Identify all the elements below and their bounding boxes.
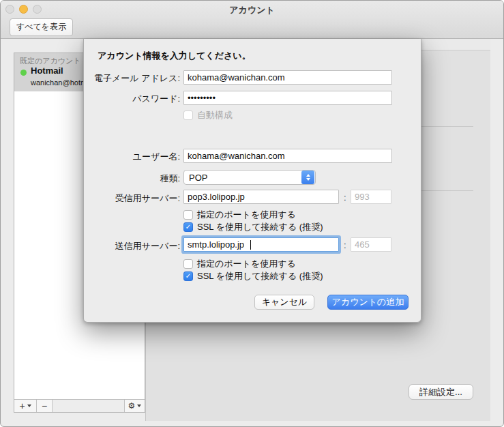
add-account-submit-button[interactable]: アカウントの追加	[327, 295, 409, 310]
ssl-label: SSL を使用して接続する (推奨)	[197, 270, 323, 282]
window-title: アカウント	[1, 4, 503, 16]
password-field[interactable]	[183, 91, 392, 105]
incoming-use-port-checkbox[interactable]: 指定のポートを使用する	[183, 209, 296, 221]
email-label: 電子メール アドレス:	[84, 72, 180, 85]
outgoing-ssl-checkbox[interactable]: ✓ SSL を使用して接続する (推奨)	[183, 270, 323, 282]
ssl-label: SSL を使用して接続する (推奨)	[197, 221, 323, 233]
incoming-port-field[interactable]	[351, 190, 391, 204]
password-label: パスワード:	[84, 93, 180, 105]
add-account-button[interactable]: +	[14, 400, 37, 412]
sheet-title: アカウント情報を入力してください。	[98, 50, 251, 62]
accounts-window: アカウント すべてを表示 既定のアカウント Hotmail wanichan@h…	[0, 0, 504, 427]
username-label: ユーザー名:	[84, 151, 180, 163]
account-list-toolbar: + − ⚙	[14, 399, 145, 412]
checkbox-unchecked-icon	[183, 210, 193, 220]
auto-config-label: 自動構成	[197, 109, 233, 121]
select-stepper-icon	[301, 171, 314, 184]
chevron-down-icon	[27, 404, 31, 407]
account-name: Hotmail	[31, 65, 63, 76]
gear-menu-button[interactable]: ⚙	[125, 400, 145, 412]
use-port-label: 指定のポートを使用する	[197, 209, 296, 221]
incoming-ssl-checkbox[interactable]: ✓ SSL を使用して接続する (推奨)	[183, 221, 323, 233]
port-colon: :	[344, 240, 346, 250]
email-field[interactable]	[183, 70, 392, 85]
default-account-section-label: 既定のアカウント	[20, 56, 81, 66]
outgoing-port-field[interactable]	[351, 237, 391, 252]
minus-icon: −	[42, 400, 47, 411]
account-email: wanichan@hotm	[31, 78, 87, 87]
outgoing-server-label: 送信用サーバー:	[84, 240, 180, 252]
show-all-button[interactable]: すべてを表示	[10, 18, 73, 36]
auto-config-checkbox[interactable]: 自動構成	[183, 109, 233, 121]
gear-icon: ⚙	[128, 401, 136, 411]
toolbar-spacer	[53, 400, 125, 412]
port-colon: :	[344, 192, 346, 203]
cancel-button[interactable]: キャンセル	[254, 295, 314, 310]
use-port-label: 指定のポートを使用する	[197, 258, 296, 270]
add-account-sheet: アカウント情報を入力してください。 電子メール アドレス: パスワード: 自動構…	[83, 39, 421, 323]
titlebar: アカウント すべてを表示	[1, 1, 503, 39]
checkbox-unchecked-icon	[183, 111, 193, 120]
account-type-select[interactable]: POP	[183, 170, 316, 185]
checkbox-checked-icon: ✓	[183, 271, 193, 281]
selected-type: POP	[184, 173, 301, 183]
plus-icon: +	[19, 400, 25, 411]
type-label: 種類:	[84, 173, 180, 185]
checkbox-checked-icon: ✓	[183, 222, 193, 232]
outgoing-server-field[interactable]	[183, 237, 339, 252]
checkbox-unchecked-icon	[183, 259, 193, 269]
chevron-down-icon	[137, 404, 141, 407]
username-field[interactable]	[183, 149, 392, 163]
advanced-settings-button[interactable]: 詳細設定...	[409, 384, 473, 400]
outgoing-use-port-checkbox[interactable]: 指定のポートを使用する	[183, 258, 296, 270]
incoming-server-label: 受信用サーバー:	[84, 192, 180, 205]
status-dot-icon	[20, 70, 27, 76]
incoming-server-field[interactable]	[183, 190, 339, 204]
text-caret	[250, 240, 251, 250]
remove-account-button[interactable]: −	[37, 400, 53, 412]
